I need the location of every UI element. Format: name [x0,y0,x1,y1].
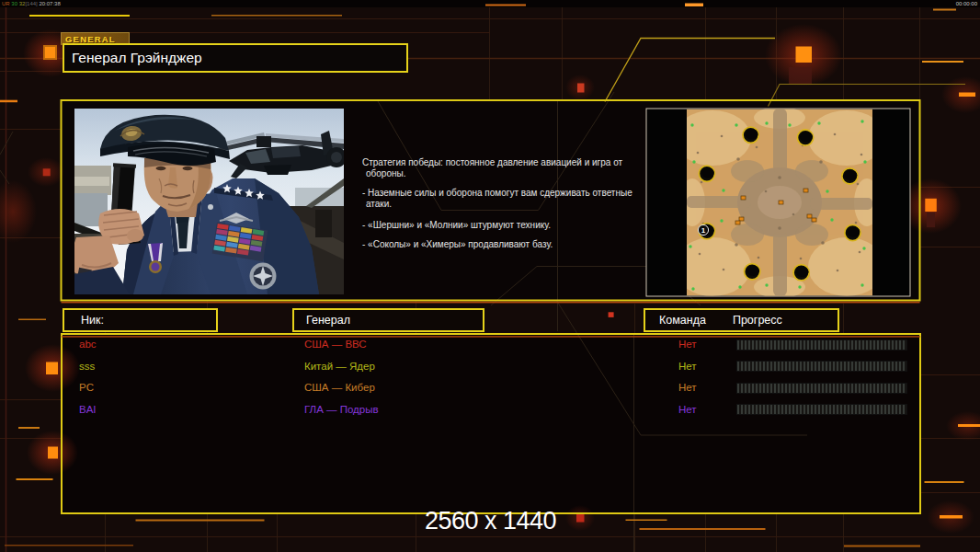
svg-text:1: 1 [701,226,706,235]
